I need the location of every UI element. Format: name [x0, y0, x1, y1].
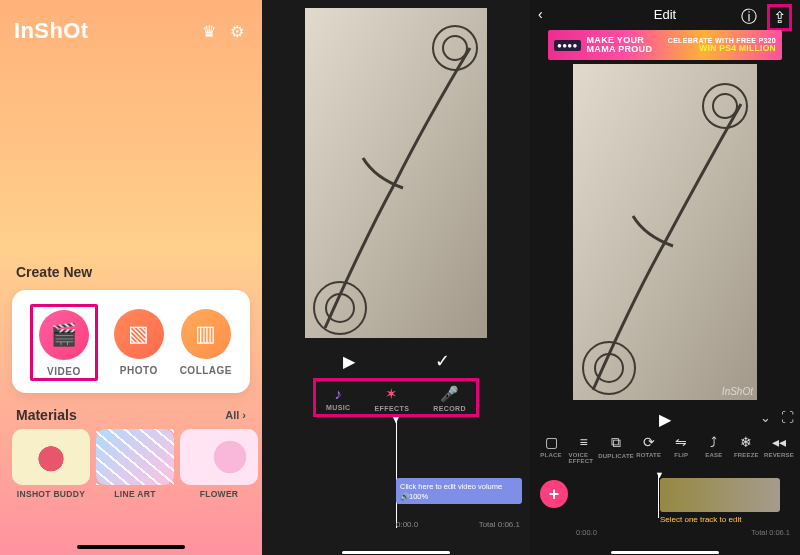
svg-point-5 — [713, 94, 737, 118]
timeline-total-time: Total 0:06.1 — [751, 528, 790, 537]
music-button[interactable]: ♪ MUSIC — [326, 385, 351, 412]
materials-heading: Materials — [16, 407, 77, 423]
svg-point-1 — [443, 36, 467, 60]
tool-ease[interactable]: ⤴EASE — [699, 434, 729, 464]
place-icon: ▢ — [545, 434, 558, 450]
plus-icon: + — [549, 484, 560, 505]
timeline-current-time: 0:00.0 — [396, 520, 418, 529]
material-inshot-buddy[interactable]: INSHOT BUDDY — [12, 429, 90, 499]
music-icon: ♪ — [335, 385, 343, 402]
check-icon[interactable]: ✓ — [435, 350, 450, 372]
crown-icon[interactable]: ♛ — [202, 22, 216, 41]
page-title: Edit — [654, 7, 676, 22]
ease-icon: ⤴ — [710, 434, 717, 450]
share-button[interactable]: ⇪ — [767, 4, 792, 31]
create-card: 🎬 VIDEO ▧ PHOTO ▥ COLLAGE — [12, 290, 250, 393]
create-new-heading: Create New — [16, 264, 250, 280]
materials-all-link[interactable]: All › — [225, 409, 246, 421]
mic-icon: 🎤 — [440, 385, 459, 403]
home-screen: InShOt ♛ ⚙ Create New 🎬 VIDEO ▧ PHOTO ▥ … — [0, 0, 262, 555]
expand-down-icon[interactable]: ⌄ — [760, 410, 771, 425]
timeline-volume-strip[interactable]: Click here to edit video volume 🔊100% — [396, 478, 522, 504]
create-video-button[interactable]: 🎬 VIDEO — [30, 304, 98, 381]
tool-row: ▢PLACE ≡VOICE EFFECT ⧉DUPLICATE ⟳ROTATE … — [536, 434, 794, 464]
share-icon: ⇪ — [773, 9, 786, 26]
gear-icon[interactable]: ⚙ — [230, 22, 244, 41]
tool-flip[interactable]: ⇋FLIP — [666, 434, 696, 464]
tool-rotate[interactable]: ⟳ROTATE — [634, 434, 664, 464]
sparkle-icon: ✶ — [385, 385, 398, 403]
back-icon[interactable]: ‹ — [538, 6, 543, 22]
ad-badge: ●●●● — [554, 40, 581, 51]
record-button[interactable]: 🎤 RECORD — [433, 385, 466, 412]
audio-toolbar: ♪ MUSIC ✶ EFFECTS 🎤 RECORD — [313, 378, 479, 417]
collage-icon: ▥ — [195, 321, 216, 347]
ad-banner[interactable]: ●●●● MAKE YOUR MAMA PROUD CELEBRATE WITH… — [548, 30, 782, 60]
flip-icon: ⇋ — [675, 434, 687, 450]
app-logo: InShOt — [14, 18, 89, 44]
help-icon[interactable]: ⓘ — [741, 7, 757, 28]
create-collage-button[interactable]: ▥ COLLAGE — [180, 309, 232, 376]
play-icon[interactable]: ▶ — [659, 410, 671, 429]
material-flower[interactable]: FLOWER — [180, 429, 258, 499]
timeline-hint: Select one track to edit — [660, 515, 741, 524]
tool-reverse[interactable]: ◂◂REVERSE — [764, 434, 794, 464]
wave-icon: ≡ — [579, 434, 587, 450]
timeline-playhead[interactable] — [658, 474, 659, 518]
rotate-icon: ⟳ — [643, 434, 655, 450]
home-indicator — [342, 551, 450, 554]
svg-point-6 — [583, 342, 635, 394]
editor-main-screen: ‹ Edit ⓘ ⇪ ●●●● MAKE YOUR MAMA PROUD CEL… — [530, 0, 800, 555]
timeline-total-time: Total 0:06.1 — [479, 520, 520, 529]
timeline-thumbnails[interactable] — [660, 478, 780, 512]
video-preview[interactable] — [305, 8, 487, 338]
tool-freeze[interactable]: ❄FREEZE — [731, 434, 761, 464]
create-photo-button[interactable]: ▧ PHOTO — [114, 309, 164, 376]
material-line-art[interactable]: LINE ART — [96, 429, 174, 499]
fullscreen-icon[interactable]: ⛶ — [781, 410, 794, 425]
video-preview[interactable]: InShOt — [573, 64, 757, 400]
timeline-playhead[interactable] — [396, 418, 397, 528]
clapper-icon: 🎬 — [50, 322, 77, 348]
editor-audio-screen: ▶ ✓ ♪ MUSIC ✶ EFFECTS 🎤 RECORD ▼ Click h… — [262, 0, 530, 555]
play-icon[interactable]: ▶ — [343, 352, 355, 371]
freeze-icon: ❄ — [740, 434, 752, 450]
add-button[interactable]: + — [540, 480, 568, 508]
watermark[interactable]: InShOt — [722, 386, 753, 397]
tool-place[interactable]: ▢PLACE — [536, 434, 566, 464]
tool-voice-effect[interactable]: ≡VOICE EFFECT — [569, 434, 599, 464]
svg-point-2 — [314, 282, 366, 334]
svg-point-0 — [433, 26, 477, 70]
svg-point-7 — [595, 354, 623, 382]
reverse-icon: ◂◂ — [772, 434, 786, 450]
duplicate-icon: ⧉ — [611, 434, 621, 451]
home-indicator — [77, 545, 185, 549]
effects-button[interactable]: ✶ EFFECTS — [375, 385, 410, 412]
timeline-current-time: 0:00.0 — [576, 528, 597, 537]
photo-icon: ▧ — [128, 321, 149, 347]
home-indicator — [611, 551, 719, 554]
tool-duplicate[interactable]: ⧉DUPLICATE — [601, 434, 631, 464]
materials-row: INSHOT BUDDY LINE ART FLOWER — [12, 429, 250, 499]
